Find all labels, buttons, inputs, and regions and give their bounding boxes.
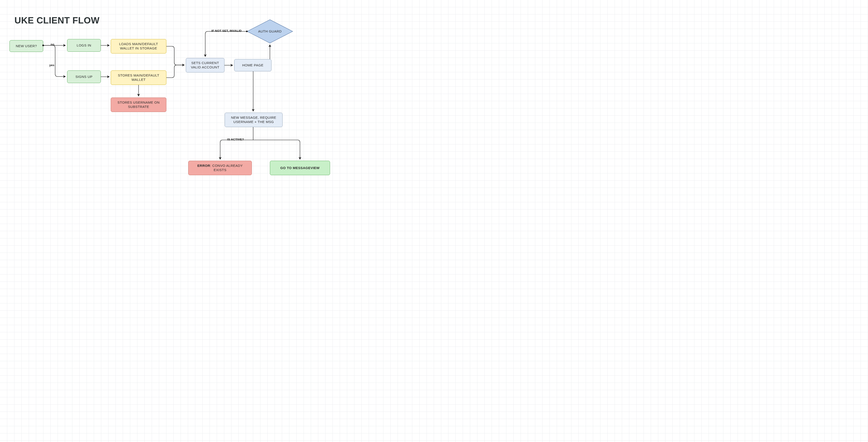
node-sets-valid: SETS CURRENT VALID ACCOUNT (186, 58, 224, 72)
node-signs-up: SIGNS UP (67, 70, 101, 83)
node-error-convo: ERROR: CONVO ALREADY EXISTS (188, 161, 252, 175)
node-stores-wallet: STORES MAIN/DEFAULT WALLET (111, 70, 166, 85)
node-stores-username: STORES USERNAME ON SUBSTRATE (111, 98, 166, 112)
node-auth-guard: AUTH GUARD (247, 20, 293, 43)
edge-label-if-not-set: IF NOT SET, INVALID (211, 29, 242, 33)
error-prefix: ERROR (197, 164, 210, 168)
node-logs-in: LOGS IN (67, 39, 101, 52)
error-rest: : CONVO ALREADY EXISTS (210, 164, 243, 172)
flowchart-canvas: UKE CLIENT FLOW NEW USER? LOGS IN SIGNS … (0, 0, 347, 196)
node-new-user: NEW USER? (9, 40, 43, 52)
node-new-message: NEW MESSAGE, REQUIRE USERNAME + THE MSG (225, 113, 283, 127)
node-home-page: HOME PAGE (234, 59, 272, 71)
node-go-messageview: GO TO MESSAGEVIEW (270, 161, 330, 175)
edge-label-yes: yes (49, 63, 55, 67)
edge-label-no: no (50, 43, 55, 46)
diagram-title: UKE CLIENT FLOW (14, 15, 99, 26)
node-loads-wallet: LOADS MAIN/DEFAULT WALLET IN STORAGE (111, 39, 166, 54)
edge-label-is-active: IS ACTIVE? (227, 138, 244, 141)
node-auth-guard-label: AUTH GUARD (258, 29, 282, 33)
